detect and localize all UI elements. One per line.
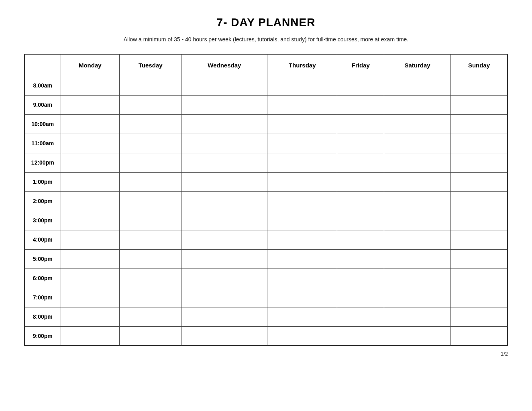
schedule-cell[interactable] bbox=[384, 269, 451, 288]
schedule-cell[interactable] bbox=[337, 191, 384, 211]
schedule-cell[interactable] bbox=[267, 249, 337, 269]
schedule-cell[interactable] bbox=[267, 269, 337, 288]
schedule-cell[interactable] bbox=[120, 211, 181, 230]
schedule-cell[interactable] bbox=[337, 211, 384, 230]
schedule-cell[interactable] bbox=[181, 114, 267, 134]
schedule-cell[interactable] bbox=[267, 326, 337, 346]
schedule-cell[interactable] bbox=[120, 95, 181, 114]
schedule-cell[interactable] bbox=[120, 153, 181, 172]
schedule-cell[interactable] bbox=[450, 134, 508, 153]
schedule-cell[interactable] bbox=[267, 134, 337, 153]
schedule-cell[interactable] bbox=[267, 95, 337, 114]
schedule-cell[interactable] bbox=[181, 134, 267, 153]
schedule-cell[interactable] bbox=[181, 230, 267, 249]
schedule-cell[interactable] bbox=[61, 95, 120, 114]
schedule-cell[interactable] bbox=[61, 134, 120, 153]
schedule-cell[interactable] bbox=[337, 230, 384, 249]
schedule-cell[interactable] bbox=[337, 114, 384, 134]
schedule-cell[interactable] bbox=[120, 191, 181, 211]
schedule-cell[interactable] bbox=[181, 95, 267, 114]
schedule-cell[interactable] bbox=[61, 211, 120, 230]
schedule-cell[interactable] bbox=[384, 288, 451, 307]
schedule-cell[interactable] bbox=[267, 153, 337, 172]
schedule-cell[interactable] bbox=[120, 114, 181, 134]
schedule-cell[interactable] bbox=[61, 269, 120, 288]
schedule-cell[interactable] bbox=[337, 249, 384, 269]
schedule-cell[interactable] bbox=[337, 153, 384, 172]
schedule-cell[interactable] bbox=[384, 307, 451, 326]
schedule-cell[interactable] bbox=[337, 172, 384, 191]
schedule-cell[interactable] bbox=[267, 76, 337, 95]
schedule-cell[interactable] bbox=[181, 326, 267, 346]
schedule-cell[interactable] bbox=[384, 153, 451, 172]
schedule-cell[interactable] bbox=[120, 172, 181, 191]
schedule-cell[interactable] bbox=[120, 288, 181, 307]
schedule-cell[interactable] bbox=[267, 230, 337, 249]
schedule-cell[interactable] bbox=[450, 326, 508, 346]
schedule-cell[interactable] bbox=[61, 114, 120, 134]
schedule-cell[interactable] bbox=[384, 191, 451, 211]
schedule-cell[interactable] bbox=[450, 172, 508, 191]
schedule-cell[interactable] bbox=[450, 191, 508, 211]
schedule-cell[interactable] bbox=[181, 191, 267, 211]
schedule-cell[interactable] bbox=[267, 288, 337, 307]
schedule-cell[interactable] bbox=[181, 172, 267, 191]
schedule-cell[interactable] bbox=[450, 76, 508, 95]
schedule-cell[interactable] bbox=[61, 249, 120, 269]
schedule-cell[interactable] bbox=[267, 191, 337, 211]
schedule-cell[interactable] bbox=[337, 307, 384, 326]
schedule-cell[interactable] bbox=[450, 211, 508, 230]
schedule-cell[interactable] bbox=[267, 211, 337, 230]
schedule-cell[interactable] bbox=[384, 76, 451, 95]
schedule-cell[interactable] bbox=[384, 211, 451, 230]
schedule-cell[interactable] bbox=[384, 134, 451, 153]
schedule-cell[interactable] bbox=[450, 249, 508, 269]
schedule-cell[interactable] bbox=[337, 95, 384, 114]
schedule-cell[interactable] bbox=[384, 95, 451, 114]
schedule-cell[interactable] bbox=[181, 307, 267, 326]
schedule-cell[interactable] bbox=[120, 230, 181, 249]
schedule-cell[interactable] bbox=[181, 249, 267, 269]
schedule-cell[interactable] bbox=[337, 326, 384, 346]
schedule-cell[interactable] bbox=[384, 114, 451, 134]
schedule-cell[interactable] bbox=[120, 134, 181, 153]
schedule-cell[interactable] bbox=[384, 230, 451, 249]
schedule-cell[interactable] bbox=[181, 211, 267, 230]
time-label: 3:00pm bbox=[24, 211, 61, 230]
schedule-cell[interactable] bbox=[337, 76, 384, 95]
schedule-cell[interactable] bbox=[267, 114, 337, 134]
schedule-cell[interactable] bbox=[61, 191, 120, 211]
schedule-cell[interactable] bbox=[384, 326, 451, 346]
schedule-cell[interactable] bbox=[181, 153, 267, 172]
schedule-cell[interactable] bbox=[120, 326, 181, 346]
schedule-cell[interactable] bbox=[450, 307, 508, 326]
schedule-cell[interactable] bbox=[120, 269, 181, 288]
schedule-cell[interactable] bbox=[61, 230, 120, 249]
schedule-cell[interactable] bbox=[120, 249, 181, 269]
schedule-cell[interactable] bbox=[181, 76, 267, 95]
schedule-cell[interactable] bbox=[337, 269, 384, 288]
schedule-cell[interactable] bbox=[120, 76, 181, 95]
schedule-cell[interactable] bbox=[120, 307, 181, 326]
schedule-cell[interactable] bbox=[384, 172, 451, 191]
schedule-cell[interactable] bbox=[61, 288, 120, 307]
schedule-cell[interactable] bbox=[450, 269, 508, 288]
schedule-cell[interactable] bbox=[267, 307, 337, 326]
schedule-cell[interactable] bbox=[450, 230, 508, 249]
time-label: 9.00am bbox=[24, 95, 61, 114]
schedule-cell[interactable] bbox=[181, 269, 267, 288]
schedule-cell[interactable] bbox=[384, 249, 451, 269]
schedule-cell[interactable] bbox=[61, 76, 120, 95]
schedule-cell[interactable] bbox=[337, 288, 384, 307]
schedule-cell[interactable] bbox=[181, 288, 267, 307]
schedule-cell[interactable] bbox=[61, 153, 120, 172]
schedule-cell[interactable] bbox=[337, 134, 384, 153]
schedule-cell[interactable] bbox=[450, 114, 508, 134]
schedule-cell[interactable] bbox=[267, 172, 337, 191]
schedule-cell[interactable] bbox=[450, 153, 508, 172]
schedule-cell[interactable] bbox=[450, 95, 508, 114]
schedule-cell[interactable] bbox=[61, 307, 120, 326]
schedule-cell[interactable] bbox=[61, 172, 120, 191]
schedule-cell[interactable] bbox=[61, 326, 120, 346]
schedule-cell[interactable] bbox=[450, 288, 508, 307]
